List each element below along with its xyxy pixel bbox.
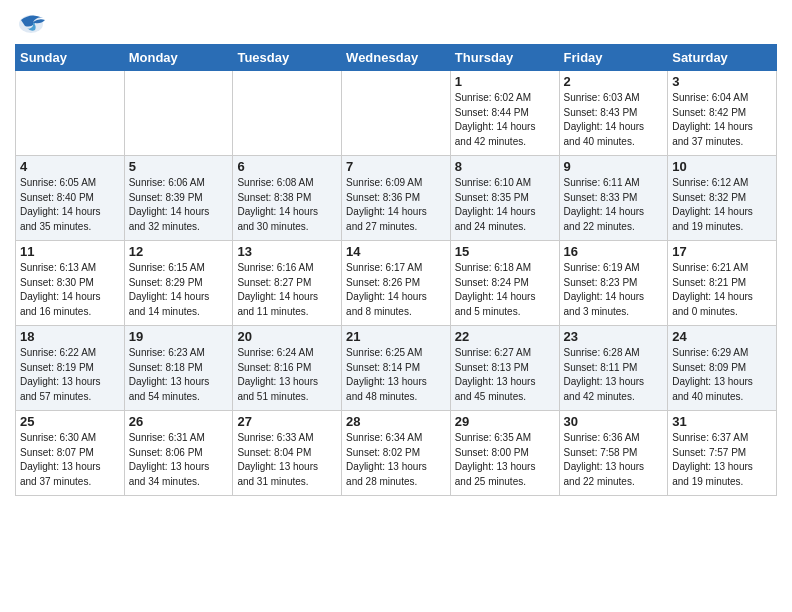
day-info: Sunrise: 6:30 AM Sunset: 8:07 PM Dayligh… bbox=[20, 431, 120, 489]
calendar-table: SundayMondayTuesdayWednesdayThursdayFrid… bbox=[15, 44, 777, 496]
calendar-cell: 7Sunrise: 6:09 AM Sunset: 8:36 PM Daylig… bbox=[342, 156, 451, 241]
weekday-saturday: Saturday bbox=[668, 45, 777, 71]
day-info: Sunrise: 6:16 AM Sunset: 8:27 PM Dayligh… bbox=[237, 261, 337, 319]
day-info: Sunrise: 6:13 AM Sunset: 8:30 PM Dayligh… bbox=[20, 261, 120, 319]
calendar-cell: 14Sunrise: 6:17 AM Sunset: 8:26 PM Dayli… bbox=[342, 241, 451, 326]
day-info: Sunrise: 6:03 AM Sunset: 8:43 PM Dayligh… bbox=[564, 91, 664, 149]
day-info: Sunrise: 6:05 AM Sunset: 8:40 PM Dayligh… bbox=[20, 176, 120, 234]
day-info: Sunrise: 6:02 AM Sunset: 8:44 PM Dayligh… bbox=[455, 91, 555, 149]
calendar-cell bbox=[233, 71, 342, 156]
day-info: Sunrise: 6:06 AM Sunset: 8:39 PM Dayligh… bbox=[129, 176, 229, 234]
day-info: Sunrise: 6:10 AM Sunset: 8:35 PM Dayligh… bbox=[455, 176, 555, 234]
day-info: Sunrise: 6:34 AM Sunset: 8:02 PM Dayligh… bbox=[346, 431, 446, 489]
day-number: 9 bbox=[564, 159, 664, 174]
calendar-cell: 28Sunrise: 6:34 AM Sunset: 8:02 PM Dayli… bbox=[342, 411, 451, 496]
day-info: Sunrise: 6:09 AM Sunset: 8:36 PM Dayligh… bbox=[346, 176, 446, 234]
day-number: 28 bbox=[346, 414, 446, 429]
calendar-cell: 8Sunrise: 6:10 AM Sunset: 8:35 PM Daylig… bbox=[450, 156, 559, 241]
calendar-cell: 18Sunrise: 6:22 AM Sunset: 8:19 PM Dayli… bbox=[16, 326, 125, 411]
day-info: Sunrise: 6:22 AM Sunset: 8:19 PM Dayligh… bbox=[20, 346, 120, 404]
day-info: Sunrise: 6:12 AM Sunset: 8:32 PM Dayligh… bbox=[672, 176, 772, 234]
day-number: 15 bbox=[455, 244, 555, 259]
calendar-cell: 20Sunrise: 6:24 AM Sunset: 8:16 PM Dayli… bbox=[233, 326, 342, 411]
week-row-1: 1Sunrise: 6:02 AM Sunset: 8:44 PM Daylig… bbox=[16, 71, 777, 156]
day-info: Sunrise: 6:27 AM Sunset: 8:13 PM Dayligh… bbox=[455, 346, 555, 404]
day-number: 24 bbox=[672, 329, 772, 344]
day-number: 1 bbox=[455, 74, 555, 89]
day-number: 10 bbox=[672, 159, 772, 174]
calendar-cell bbox=[16, 71, 125, 156]
calendar-cell: 29Sunrise: 6:35 AM Sunset: 8:00 PM Dayli… bbox=[450, 411, 559, 496]
calendar-cell: 10Sunrise: 6:12 AM Sunset: 8:32 PM Dayli… bbox=[668, 156, 777, 241]
day-info: Sunrise: 6:18 AM Sunset: 8:24 PM Dayligh… bbox=[455, 261, 555, 319]
calendar-cell: 30Sunrise: 6:36 AM Sunset: 7:58 PM Dayli… bbox=[559, 411, 668, 496]
day-number: 19 bbox=[129, 329, 229, 344]
calendar-cell: 23Sunrise: 6:28 AM Sunset: 8:11 PM Dayli… bbox=[559, 326, 668, 411]
day-number: 21 bbox=[346, 329, 446, 344]
weekday-wednesday: Wednesday bbox=[342, 45, 451, 71]
day-info: Sunrise: 6:33 AM Sunset: 8:04 PM Dayligh… bbox=[237, 431, 337, 489]
calendar-cell: 9Sunrise: 6:11 AM Sunset: 8:33 PM Daylig… bbox=[559, 156, 668, 241]
calendar-cell: 4Sunrise: 6:05 AM Sunset: 8:40 PM Daylig… bbox=[16, 156, 125, 241]
logo-bird-icon bbox=[15, 10, 47, 38]
calendar-cell: 21Sunrise: 6:25 AM Sunset: 8:14 PM Dayli… bbox=[342, 326, 451, 411]
calendar-cell: 27Sunrise: 6:33 AM Sunset: 8:04 PM Dayli… bbox=[233, 411, 342, 496]
day-info: Sunrise: 6:11 AM Sunset: 8:33 PM Dayligh… bbox=[564, 176, 664, 234]
calendar-cell: 15Sunrise: 6:18 AM Sunset: 8:24 PM Dayli… bbox=[450, 241, 559, 326]
calendar-cell: 31Sunrise: 6:37 AM Sunset: 7:57 PM Dayli… bbox=[668, 411, 777, 496]
day-info: Sunrise: 6:35 AM Sunset: 8:00 PM Dayligh… bbox=[455, 431, 555, 489]
day-info: Sunrise: 6:23 AM Sunset: 8:18 PM Dayligh… bbox=[129, 346, 229, 404]
calendar-cell: 5Sunrise: 6:06 AM Sunset: 8:39 PM Daylig… bbox=[124, 156, 233, 241]
day-number: 20 bbox=[237, 329, 337, 344]
day-info: Sunrise: 6:15 AM Sunset: 8:29 PM Dayligh… bbox=[129, 261, 229, 319]
day-info: Sunrise: 6:04 AM Sunset: 8:42 PM Dayligh… bbox=[672, 91, 772, 149]
page-container: SundayMondayTuesdayWednesdayThursdayFrid… bbox=[0, 0, 792, 506]
weekday-sunday: Sunday bbox=[16, 45, 125, 71]
day-number: 7 bbox=[346, 159, 446, 174]
page-header bbox=[15, 10, 777, 38]
day-number: 30 bbox=[564, 414, 664, 429]
day-info: Sunrise: 6:29 AM Sunset: 8:09 PM Dayligh… bbox=[672, 346, 772, 404]
day-info: Sunrise: 6:28 AM Sunset: 8:11 PM Dayligh… bbox=[564, 346, 664, 404]
day-number: 26 bbox=[129, 414, 229, 429]
calendar-cell: 3Sunrise: 6:04 AM Sunset: 8:42 PM Daylig… bbox=[668, 71, 777, 156]
day-number: 22 bbox=[455, 329, 555, 344]
calendar-cell: 6Sunrise: 6:08 AM Sunset: 8:38 PM Daylig… bbox=[233, 156, 342, 241]
logo bbox=[15, 10, 51, 38]
day-number: 23 bbox=[564, 329, 664, 344]
calendar-cell: 11Sunrise: 6:13 AM Sunset: 8:30 PM Dayli… bbox=[16, 241, 125, 326]
day-number: 18 bbox=[20, 329, 120, 344]
day-number: 11 bbox=[20, 244, 120, 259]
day-number: 12 bbox=[129, 244, 229, 259]
day-info: Sunrise: 6:08 AM Sunset: 8:38 PM Dayligh… bbox=[237, 176, 337, 234]
day-number: 17 bbox=[672, 244, 772, 259]
calendar-cell: 1Sunrise: 6:02 AM Sunset: 8:44 PM Daylig… bbox=[450, 71, 559, 156]
day-info: Sunrise: 6:37 AM Sunset: 7:57 PM Dayligh… bbox=[672, 431, 772, 489]
calendar-cell: 12Sunrise: 6:15 AM Sunset: 8:29 PM Dayli… bbox=[124, 241, 233, 326]
day-number: 2 bbox=[564, 74, 664, 89]
weekday-row: SundayMondayTuesdayWednesdayThursdayFrid… bbox=[16, 45, 777, 71]
calendar-cell: 25Sunrise: 6:30 AM Sunset: 8:07 PM Dayli… bbox=[16, 411, 125, 496]
day-number: 4 bbox=[20, 159, 120, 174]
calendar-cell: 13Sunrise: 6:16 AM Sunset: 8:27 PM Dayli… bbox=[233, 241, 342, 326]
day-number: 16 bbox=[564, 244, 664, 259]
week-row-2: 4Sunrise: 6:05 AM Sunset: 8:40 PM Daylig… bbox=[16, 156, 777, 241]
calendar-cell bbox=[124, 71, 233, 156]
calendar-cell: 2Sunrise: 6:03 AM Sunset: 8:43 PM Daylig… bbox=[559, 71, 668, 156]
week-row-5: 25Sunrise: 6:30 AM Sunset: 8:07 PM Dayli… bbox=[16, 411, 777, 496]
day-info: Sunrise: 6:36 AM Sunset: 7:58 PM Dayligh… bbox=[564, 431, 664, 489]
day-info: Sunrise: 6:17 AM Sunset: 8:26 PM Dayligh… bbox=[346, 261, 446, 319]
day-info: Sunrise: 6:24 AM Sunset: 8:16 PM Dayligh… bbox=[237, 346, 337, 404]
day-info: Sunrise: 6:25 AM Sunset: 8:14 PM Dayligh… bbox=[346, 346, 446, 404]
calendar-cell: 16Sunrise: 6:19 AM Sunset: 8:23 PM Dayli… bbox=[559, 241, 668, 326]
day-number: 14 bbox=[346, 244, 446, 259]
day-info: Sunrise: 6:21 AM Sunset: 8:21 PM Dayligh… bbox=[672, 261, 772, 319]
day-info: Sunrise: 6:31 AM Sunset: 8:06 PM Dayligh… bbox=[129, 431, 229, 489]
calendar-cell: 17Sunrise: 6:21 AM Sunset: 8:21 PM Dayli… bbox=[668, 241, 777, 326]
calendar-cell: 24Sunrise: 6:29 AM Sunset: 8:09 PM Dayli… bbox=[668, 326, 777, 411]
calendar-cell: 22Sunrise: 6:27 AM Sunset: 8:13 PM Dayli… bbox=[450, 326, 559, 411]
day-number: 31 bbox=[672, 414, 772, 429]
day-number: 6 bbox=[237, 159, 337, 174]
calendar-cell: 26Sunrise: 6:31 AM Sunset: 8:06 PM Dayli… bbox=[124, 411, 233, 496]
calendar-body: 1Sunrise: 6:02 AM Sunset: 8:44 PM Daylig… bbox=[16, 71, 777, 496]
